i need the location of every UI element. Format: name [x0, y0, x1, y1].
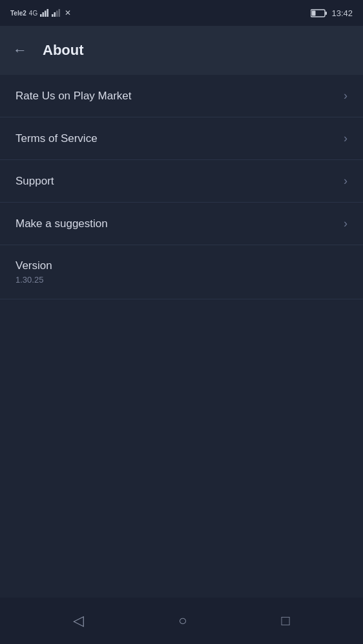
terms-item[interactable]: Terms of Service ›: [0, 117, 363, 160]
home-nav-icon: ○: [178, 614, 187, 628]
version-label: Version: [16, 259, 347, 272]
network-type: 4G: [29, 10, 37, 17]
carrier-label: Tele2: [10, 10, 26, 17]
svg-rect-5: [54, 12, 56, 17]
home-nav-button[interactable]: ○: [172, 607, 193, 634]
rate-us-label: Rate Us on Play Market: [16, 90, 132, 103]
support-item[interactable]: Support ›: [0, 160, 363, 203]
svg-rect-0: [40, 14, 42, 17]
extra-icon: ✕: [65, 8, 71, 17]
suggestion-label: Make a suggestion: [16, 217, 108, 230]
time-display: 13:42: [331, 8, 353, 18]
status-right: 13:42: [311, 8, 353, 18]
svg-rect-6: [56, 11, 58, 17]
status-bar: Tele2 4G ✕ 13:42: [0, 0, 363, 26]
svg-rect-1: [43, 12, 45, 17]
content-area: Rate Us on Play Market › Terms of Servic…: [0, 75, 363, 598]
svg-rect-7: [59, 9, 61, 17]
back-nav-button[interactable]: ◁: [67, 607, 90, 634]
svg-rect-4: [52, 14, 54, 17]
rate-us-item[interactable]: Rate Us on Play Market ›: [0, 75, 363, 117]
recent-nav-button[interactable]: □: [275, 607, 296, 634]
suggestion-chevron: ›: [344, 217, 347, 230]
signal-icon-1: [40, 9, 49, 17]
status-left: Tele2 4G ✕: [10, 8, 71, 17]
version-number: 1.30.25: [16, 275, 347, 285]
signal-icon-2: [52, 9, 61, 17]
svg-rect-10: [312, 10, 316, 15]
support-chevron: ›: [344, 174, 347, 188]
svg-rect-9: [326, 12, 327, 15]
back-button[interactable]: ←: [13, 43, 27, 57]
terms-label: Terms of Service: [16, 132, 98, 145]
suggestion-item[interactable]: Make a suggestion ›: [0, 203, 363, 245]
app-header: ← About: [0, 26, 363, 75]
battery-icon: [311, 9, 327, 17]
support-label: Support: [16, 175, 54, 188]
svg-rect-3: [47, 9, 49, 17]
rate-us-chevron: ›: [344, 89, 347, 103]
recent-nav-icon: □: [282, 614, 290, 628]
terms-chevron: ›: [344, 132, 347, 145]
svg-rect-2: [45, 11, 47, 17]
back-nav-icon: ◁: [73, 614, 84, 628]
nav-bar: ◁ ○ □: [0, 598, 363, 644]
version-item: Version 1.30.25: [0, 245, 363, 299]
page-title: About: [43, 42, 84, 59]
